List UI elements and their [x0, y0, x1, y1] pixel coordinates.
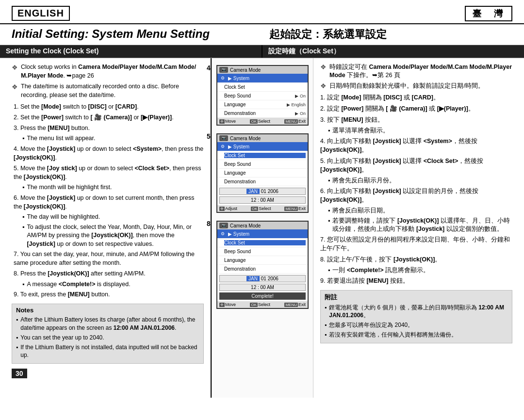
footer-btn-icon: ✛ — [219, 119, 225, 124]
left-step-sub: The day will be highlighted. — [22, 213, 204, 222]
bullet-icon: ▪ — [16, 334, 18, 342]
left-step-sub: The menu list will appear. — [22, 134, 204, 143]
footer-btn: ✛Move — [219, 119, 236, 124]
camera-icon: 📷 — [219, 135, 228, 141]
footer-btn: ✛Move — [219, 302, 236, 307]
section-header-zh: 設定時鐘（Clock Set） — [262, 45, 524, 58]
right-bullet-item: ❖日期/時間自動錄製於光碟中。錄製前請設定日期/時間。 — [320, 82, 512, 90]
fuchuu-title: 附註 — [325, 293, 508, 302]
diamond-icon: ❖ — [320, 82, 327, 90]
bullet-icon: ▪ — [325, 304, 327, 320]
footer-btn: OKSelect — [250, 302, 270, 307]
left-step-item: 5. Move the [Joy stick] up or down to se… — [14, 164, 204, 181]
footer-btn-icon: ✛ — [219, 303, 225, 307]
right-step-sub: 選單清單將會顯示。 — [328, 127, 512, 135]
right-note-item: ▪若沒有安裝鋰電池，任何輸入資料都將無法備份。 — [325, 331, 508, 339]
left-step-sub: The month will be highlight first. — [22, 183, 204, 192]
right-step-item: 9. 若要退出請按 [MENU] 按鈕。 — [320, 276, 512, 285]
diamond-icon: ❖ — [12, 82, 18, 99]
menu-row: Clock Set — [217, 239, 308, 247]
time-display: 12 : 00 AM — [219, 284, 306, 291]
menu-row: Demonstration▶ On — [217, 109, 308, 118]
right-step-item: 1. 設定 [Mode] 開關為 [DISC] 或 [CARD]。 — [320, 93, 512, 102]
footer-btn-label: Select — [258, 302, 270, 307]
row-label: Beep Sound — [224, 162, 306, 167]
left-bullet-item: ❖Clock setup works in Camera Mode/Player… — [12, 63, 204, 80]
diamond-icon: ❖ — [12, 63, 18, 80]
footer-btn-label: Exit — [298, 206, 306, 211]
row-label: Clock Set — [224, 240, 306, 245]
row-icon: ⚙ — [219, 143, 226, 150]
row-value: ▶ On — [295, 111, 306, 116]
section-headers: Setting the Clock (Clock Set) 設定時鐘（Clock… — [0, 45, 524, 58]
left-step-sub: To adjust the clock, select the Year, Mo… — [22, 223, 204, 249]
month-highlight: JAN — [246, 189, 260, 194]
row-label: ▶ System — [228, 76, 306, 81]
camera-mode-label: Camera Mode — [230, 136, 261, 141]
row-label: Language — [224, 258, 306, 263]
footer-btn-label: Move — [225, 119, 236, 124]
left-step-item: 1. Set the [Mode] switch to [DISC] or [C… — [14, 102, 204, 111]
panel-wrapper: 8📷Camera Mode⚙▶ SystemClock SetBeep Soun… — [216, 221, 309, 309]
row-label: Clock Set — [224, 84, 306, 90]
footer-btn-icon: MENU — [284, 303, 298, 307]
right-steps: 1. 設定 [Mode] 開關為 [DISC] 或 [CARD]。2. 設定 [… — [320, 93, 512, 285]
menu-row: Language▶ English — [217, 100, 308, 109]
footer-btn-label: Adjust — [225, 206, 237, 211]
panel-wrapper: 4📷Camera Mode⚙▶ SystemClock SetBeep Soun… — [216, 65, 309, 126]
right-step-sub: 一則 <Complete!> 訊息將會顯示。 — [328, 266, 512, 275]
note-item: ▪After the Lithium Battery loses its cha… — [16, 316, 199, 332]
row-icon: ⚙ — [219, 75, 226, 81]
notes-title: Notes — [16, 307, 199, 314]
right-step-sub: 將會先反白顯示月份。 — [328, 177, 512, 185]
header: ENGLISH 臺 灣 — [0, 0, 524, 24]
footer-btn-label: Select — [259, 206, 271, 211]
left-bullets: ❖Clock setup works in Camera Mode/Player… — [12, 63, 204, 99]
left-step-item: 2. Set the [Power] switch to [ 🎥 (Camera… — [14, 113, 204, 122]
row-label: Demonstration — [224, 111, 295, 116]
row-label: Beep Sound — [224, 93, 295, 98]
date-display: JAN 01 2006 — [219, 275, 306, 282]
page-number: 30 — [12, 369, 27, 378]
panel-number: 5 — [207, 132, 211, 140]
section-header-en: Setting the Clock (Clock Set) — [0, 45, 262, 58]
right-note-item: ▪您最多可以將年份設定為 2040。 — [325, 321, 508, 329]
title-zh: 起始設定：系統選單設定 — [269, 27, 512, 42]
row-value: ▶ On — [295, 94, 306, 98]
footer-btn-icon: OK — [251, 207, 259, 211]
main-content: ❖Clock setup works in Camera Mode/Player… — [0, 58, 524, 398]
left-bullet-item: ❖The date/time is automatically recorded… — [12, 82, 204, 99]
notes-container: ▪After the Lithium Battery loses its cha… — [16, 316, 199, 359]
footer-btn: MENUExit — [284, 206, 306, 211]
footer-btn-label: Select — [258, 119, 270, 124]
menu-rows: ⚙▶ SystemClock SetBeep SoundLanguageDemo… — [217, 142, 308, 186]
row-label: Demonstration — [224, 266, 306, 272]
right-step-item: 3. 按下 [MENU] 按鈕。 — [320, 115, 512, 124]
bullet-icon: ▪ — [16, 343, 18, 360]
menu-row: Language — [217, 256, 308, 265]
bullet-icon: ▪ — [16, 316, 18, 332]
bullet-icon: ▪ — [325, 331, 327, 339]
right-col: ❖時鐘設定可在 Camera Mode/Player Mode/M.Cam Mo… — [313, 58, 524, 398]
menu-rows: ⚙▶ SystemClock SetBeep Sound▶ OnLanguage… — [217, 74, 308, 118]
english-badge: ENGLISH — [12, 6, 70, 21]
diamond-icon: ❖ — [320, 63, 327, 80]
panel-footer: ✛AdjustOKSelectMENUExit — [217, 205, 308, 212]
menu-row: ⚙▶ System — [217, 142, 308, 151]
footer-btn-icon: OK — [250, 303, 258, 307]
right-step-item: 6. 向上或向下移動 [Joystick] 以設定目前的月份，然後按 [Joys… — [320, 187, 512, 204]
right-step-sub: 將會反白顯示日期。 — [328, 207, 512, 215]
right-step-item: 2. 設定 [Power] 開關為 [ 🎥 (Camera)] 或 [▶(Pla… — [320, 104, 512, 113]
left-step-sub: A message <Complete!> is displayed. — [22, 280, 204, 289]
left-step-item: 6. Move the [Joystick] up or down to set… — [14, 194, 204, 211]
row-label: Clock Set — [224, 153, 306, 158]
title-row: Initial Setting: System Menu Setting 起始設… — [0, 24, 524, 45]
menu-row: ⚙▶ System — [217, 74, 308, 83]
menu-row: Demonstration — [217, 265, 308, 274]
footer-btn: ✛Adjust — [219, 206, 237, 211]
date-display: JAN 01 2006 — [219, 188, 306, 195]
footer-btn: MENUExit — [284, 119, 306, 124]
fuchuu-box: 附註 ▪鋰電池耗電（大約 6 個月）後，螢幕上的日期/時間顯示為 12:00 A… — [320, 290, 512, 343]
bullet-icon: ▪ — [325, 321, 327, 329]
footer-btn-icon: ✛ — [219, 207, 225, 211]
